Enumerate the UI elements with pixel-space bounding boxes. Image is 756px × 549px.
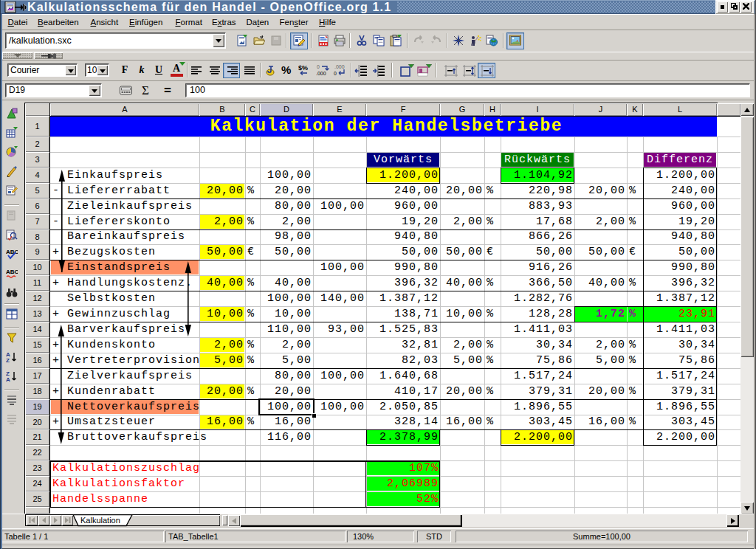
svg-text:0: 0 [317,64,320,69]
svg-text:.000: .000 [316,71,326,76]
svg-text:ABC: ABC [6,269,18,275]
svg-text:Z: Z [6,357,10,363]
svg-text:$%: $% [298,64,308,72]
svg-text:ABC: ABC [6,249,18,255]
svg-text:0: 0 [334,71,337,76]
svg-text:.000: .000 [334,64,345,69]
svg-text:A: A [6,376,10,382]
